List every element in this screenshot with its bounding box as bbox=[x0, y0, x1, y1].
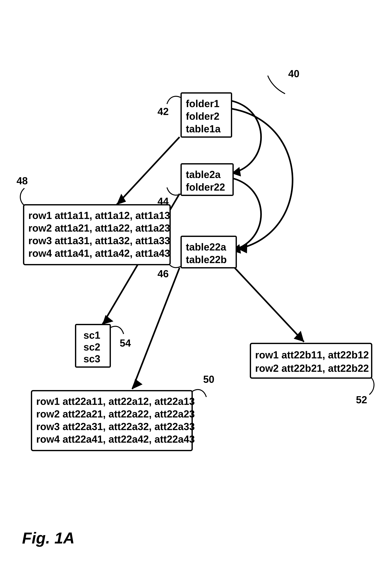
ref-40: 40 bbox=[288, 68, 299, 79]
node-42-line-0: folder1 bbox=[186, 98, 219, 109]
ref-42: 42 bbox=[157, 106, 169, 117]
node-42-line-2: table1a bbox=[186, 123, 221, 135]
node-50-line-0: row1 att22a11, att22a12, att22a13 bbox=[36, 396, 195, 407]
node-44-line-1: folder22 bbox=[186, 182, 225, 193]
svg-marker-8 bbox=[132, 379, 142, 389]
node-48-line-0: row1 att1a11, att1a12, att1a13 bbox=[28, 210, 170, 221]
node-48-line-3: row4 att1a41, att1a42, att1a43 bbox=[28, 248, 170, 259]
figure-caption: Fig. 1A bbox=[22, 529, 74, 547]
ref-48: 48 bbox=[16, 175, 28, 186]
ref-46: 46 bbox=[157, 268, 169, 279]
node-52-line-0: row1 att22b11, att22b12 bbox=[255, 349, 369, 361]
node-44: table2a folder22 44 bbox=[157, 164, 233, 207]
node-50-line-2: row3 att22a31, att22a32, att22a33 bbox=[36, 421, 195, 432]
node-50-line-3: row4 att22a41, att22a42, att22a43 bbox=[36, 434, 195, 445]
node-46-line-1: table22b bbox=[186, 254, 227, 265]
diagram-canvas: 40 folder1 folder2 table1a 42 table2a fo… bbox=[0, 0, 392, 569]
node-52: row1 att22b11, att22b12 row2 att22b21, a… bbox=[251, 343, 374, 405]
svg-line-9 bbox=[235, 268, 304, 342]
node-48-line-1: row2 att1a21, att1a22, att1a23 bbox=[28, 222, 170, 234]
node-54: sc1 sc2 sc3 54 bbox=[76, 325, 131, 367]
svg-line-7 bbox=[132, 268, 180, 389]
node-54-line-1: sc2 bbox=[84, 341, 100, 353]
node-54-line-0: sc1 bbox=[84, 329, 100, 341]
ref-52: 52 bbox=[356, 394, 367, 405]
node-48-line-2: row3 att1a31, att1a32, att1a33 bbox=[28, 235, 170, 246]
node-46-line-0: table22a bbox=[186, 241, 226, 253]
node-52-line-1: row2 att22b21, att22b22 bbox=[255, 363, 369, 374]
node-48: row1 att1a11, att1a12, att1a13 row2 att1… bbox=[16, 175, 170, 265]
node-42-line-1: folder2 bbox=[186, 111, 219, 122]
ref-50: 50 bbox=[203, 374, 214, 385]
node-44-line-0: table2a bbox=[186, 169, 221, 180]
node-42: folder1 folder2 table1a 42 bbox=[157, 93, 232, 137]
svg-line-3 bbox=[117, 137, 180, 205]
node-54-line-2: sc3 bbox=[84, 353, 100, 365]
node-50: row1 att22a11, att22a12, att22a13 row2 a… bbox=[31, 374, 214, 451]
ref-54: 54 bbox=[120, 337, 131, 349]
node-50-line-1: row2 att22a21, att22a22, att22a23 bbox=[36, 408, 195, 420]
